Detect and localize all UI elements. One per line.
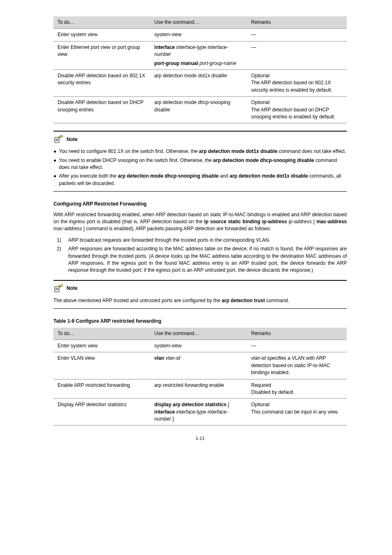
text: command.	[266, 298, 289, 303]
cell: Enter system view	[53, 29, 150, 41]
table-row: Enter VLAN view vlan vlan-id vlan-id spe…	[53, 352, 347, 379]
bullet-icon: ●	[53, 148, 56, 155]
text: and	[220, 173, 229, 179]
cmd: arp detection mode dhcp-snooping disable	[213, 157, 314, 163]
cell: system-view	[150, 340, 247, 352]
table-row: Disable ARP detection based on 802.1X se…	[53, 69, 347, 96]
cell: vlan-id specifies a VLAN with ARP detect…	[247, 352, 347, 379]
cmd: arp detection trust	[221, 298, 265, 303]
bullet-icon: ●	[53, 173, 56, 187]
note-label: Note	[67, 285, 78, 292]
table-row: Disable ARP detection based on DHCP snoo…	[53, 97, 347, 123]
cell: —	[247, 340, 347, 352]
text: After you execute both the	[59, 173, 118, 179]
arg: port-group-name	[200, 60, 236, 66]
cmd: interface	[154, 44, 176, 50]
text: You need to configure 802.1X on the swit…	[59, 148, 199, 154]
table-header: Remarks	[247, 16, 347, 29]
arg: vlan-id	[166, 355, 180, 361]
cmd: interface	[154, 409, 175, 415]
table-row: Enter system view system-view —	[53, 340, 347, 352]
text: [	[226, 402, 229, 407]
table-header: To do…	[53, 16, 150, 29]
table-row: Display ARP detection statistics display…	[53, 399, 347, 426]
note-heading: Note	[53, 284, 347, 293]
cell: Optional This command can be input in an…	[247, 399, 347, 426]
note-hand-icon	[53, 135, 64, 144]
cell: —	[247, 41, 347, 69]
cell: system-view	[150, 29, 247, 41]
cmd: display arp detection statistics	[154, 402, 226, 407]
table-arp-detection: To do… Use the command… Remarks Enter sy…	[53, 16, 347, 123]
table-row: Enable ARP restricted forwarding arp res…	[53, 379, 347, 399]
bullet-icon: ●	[53, 157, 56, 171]
text: [	[314, 219, 316, 224]
cmd: vlan	[154, 355, 166, 361]
table-header: Use the command…	[150, 16, 247, 29]
arg: mac-address	[53, 226, 82, 231]
divider	[53, 280, 347, 281]
cmd: arp detection mode dot1x disable	[230, 173, 308, 179]
section-title: Configuring ARP Restricted Forwarding	[53, 201, 347, 208]
cell: Disable ARP detection based on DHCP snoo…	[53, 97, 150, 123]
note-block: Note The above mentioned ARP trusted and…	[53, 284, 347, 304]
text: ]	[171, 416, 174, 422]
cell: Display ARP detection statistics	[53, 399, 150, 426]
page-number: 1-11	[53, 435, 347, 442]
cell: Enter Ethernet port view or port group v…	[53, 41, 150, 69]
table-row: Enter system view system-view —	[53, 29, 347, 41]
cell: Disable ARP detection based on 802.1X se…	[53, 69, 150, 96]
divider	[53, 308, 347, 309]
list-number: 2)	[57, 245, 64, 274]
svg-rect-0	[55, 137, 59, 143]
arg: ip-address	[288, 219, 311, 224]
paragraph: With ARP restricted forwarding enabled, …	[53, 211, 347, 233]
note-block: Note ● You need to configure 802.1X on t…	[53, 135, 347, 187]
cell: display arp detection statistics [ inter…	[150, 399, 247, 426]
text: Enter Ethernet port view or port group v…	[58, 44, 140, 57]
divider	[53, 191, 347, 192]
text: command does not take effect.	[279, 148, 346, 154]
note-label: Note	[67, 136, 78, 143]
text: ARP broadcast requests are forwarded thr…	[68, 237, 270, 244]
divider	[53, 131, 347, 132]
note-heading: Note	[53, 135, 347, 144]
table-header: To do…	[53, 328, 150, 340]
text: You need to enable DHCP snooping on the …	[59, 157, 213, 163]
text: The above mentioned ARP trusted and untr…	[53, 298, 221, 303]
cell: Optional The ARP detection based on 802.…	[247, 69, 347, 96]
cmd: ip source static binding ip-address	[204, 219, 287, 224]
numbered-list: 1) ARP broadcast requests are forwarded …	[53, 237, 347, 274]
table-restricted-forwarding: To do… Use the command… Remarks Enter sy…	[53, 328, 347, 426]
cell: interface interface-type interface-numbe…	[150, 41, 247, 69]
list-number: 1)	[57, 237, 64, 244]
cell: Enter VLAN view	[53, 352, 150, 379]
cell: arp detection mode dot1x disable	[150, 69, 247, 96]
cell: arp detection mode dhcp-snooping disable	[150, 97, 247, 123]
cell: Optional The ARP detection based on DHCP…	[247, 97, 347, 123]
cell: Required Disabled by default.	[247, 379, 347, 399]
arg: vlan-id	[251, 355, 265, 361]
cell: arp restricted-forwarding enable	[150, 379, 247, 399]
table-row: Enter Ethernet port view or port group v…	[53, 41, 347, 69]
cmd: port-group manual	[154, 60, 200, 66]
table-header: Use the command…	[150, 328, 247, 340]
svg-rect-4	[55, 287, 59, 292]
cmd: arp detection mode dot1x disable	[199, 148, 277, 154]
cell: —	[247, 29, 347, 41]
table-caption: Table 1-8 Configure ARP restricted forwa…	[53, 318, 347, 325]
table-header: Remarks	[247, 328, 347, 340]
list-item: 1) ARP broadcast requests are forwarded …	[57, 237, 347, 244]
text: ] command is enabled), ARP packets passi…	[83, 226, 271, 231]
note-hand-icon	[53, 284, 64, 293]
list-item: 2) ARP responses are forwarded according…	[57, 245, 347, 274]
note-body: The above mentioned ARP trusted and untr…	[53, 297, 347, 304]
cmd: arp detection mode dhcp-snooping disable	[118, 173, 219, 179]
cell: Enable ARP restricted forwarding	[53, 379, 150, 399]
cmd: mac-address	[316, 219, 347, 224]
note-body: ● You need to configure 802.1X on the sw…	[53, 148, 347, 187]
cell: vlan vlan-id	[150, 352, 247, 379]
cell: Enter system view	[53, 340, 150, 352]
text: ARP responses are forwarded according to…	[68, 245, 347, 274]
